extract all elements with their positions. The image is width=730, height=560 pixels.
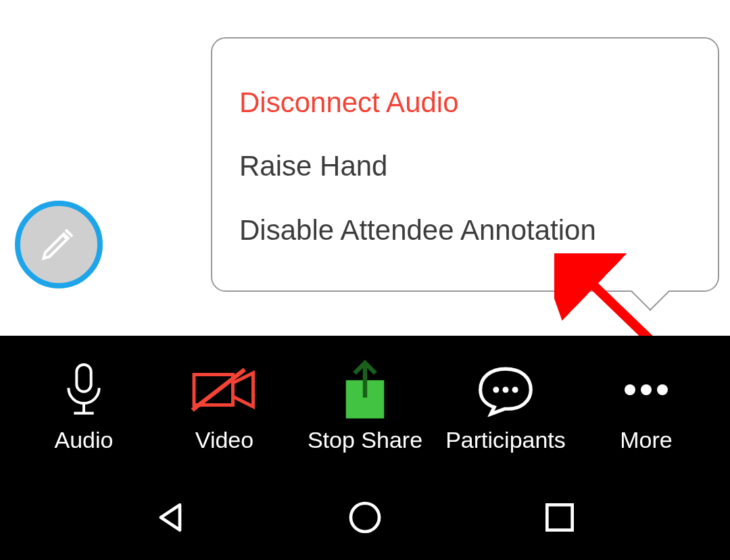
participants-label: Participants	[445, 427, 566, 453]
more-menu-popup: Disconnect Audio Raise Hand Disable Atte…	[211, 37, 719, 292]
microphone-icon	[60, 359, 107, 420]
svg-point-9	[493, 387, 499, 393]
video-label: Video	[195, 427, 253, 453]
meeting-toolbar: Audio Video	[0, 336, 730, 477]
video-button[interactable]: Video	[154, 336, 295, 477]
svg-point-13	[641, 384, 652, 395]
nav-recent-button[interactable]	[535, 494, 584, 543]
nav-back-button[interactable]	[146, 494, 195, 543]
svg-point-15	[351, 503, 379, 532]
more-label: More	[620, 427, 672, 453]
svg-rect-2	[76, 365, 91, 392]
audio-label: Audio	[55, 427, 114, 453]
square-recent-icon	[541, 499, 579, 539]
menu-item-disable-attendee-annotation[interactable]: Disable Attendee Annotation	[239, 199, 691, 262]
share-screen-icon	[338, 359, 392, 420]
more-button[interactable]: More	[576, 336, 716, 477]
audio-button[interactable]: Audio	[14, 336, 154, 477]
svg-point-10	[503, 387, 509, 393]
menu-item-raise-hand[interactable]: Raise Hand	[239, 134, 691, 198]
more-dots-icon	[619, 359, 673, 420]
svg-point-11	[512, 387, 518, 393]
triangle-back-icon	[151, 499, 189, 539]
stop-share-button[interactable]: Stop Share	[295, 336, 435, 477]
menu-item-disconnect-audio[interactable]: Disconnect Audio	[239, 71, 691, 134]
svg-rect-16	[547, 505, 572, 530]
android-nav-bar	[0, 477, 730, 560]
circle-home-icon	[346, 499, 384, 539]
svg-point-14	[657, 384, 668, 395]
chat-bubble-icon	[475, 359, 536, 420]
pencil-icon	[39, 223, 79, 266]
nav-home-button[interactable]	[341, 494, 389, 543]
participants-button[interactable]: Participants	[435, 336, 576, 477]
svg-point-12	[625, 384, 635, 395]
svg-rect-5	[194, 375, 233, 405]
popup-tail	[631, 273, 670, 311]
annotate-button[interactable]	[15, 201, 103, 288]
share-label: Stop Share	[308, 427, 422, 453]
camera-off-icon	[191, 359, 258, 420]
